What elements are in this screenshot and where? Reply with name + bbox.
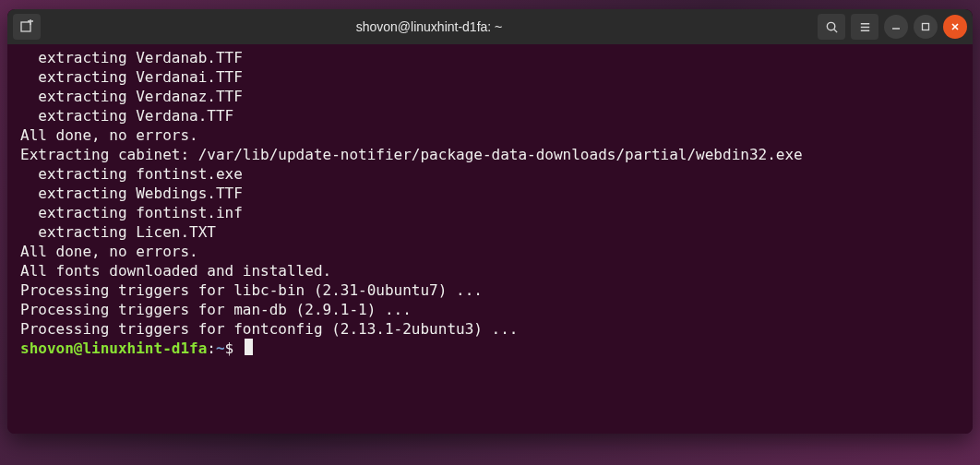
output-line: extracting fontinst.inf xyxy=(20,203,963,222)
svg-rect-0 xyxy=(21,22,30,31)
output-line: extracting Verdanab.TTF xyxy=(20,48,963,67)
svg-point-3 xyxy=(827,22,834,30)
menu-button[interactable] xyxy=(851,14,878,40)
search-icon xyxy=(825,20,839,34)
output-line: extracting Webdings.TTF xyxy=(20,184,963,203)
output-line: extracting Verdanaz.TTF xyxy=(20,87,963,106)
titlebar: shovon@linuxhint-d1fa: ~ xyxy=(7,9,973,44)
prompt-line: shovon@linuxhint-d1fa:~$ xyxy=(20,339,963,358)
titlebar-right xyxy=(818,14,967,40)
minimize-icon xyxy=(890,21,902,32)
output-line: All done, no errors. xyxy=(20,242,963,261)
new-tab-icon xyxy=(19,19,34,34)
prompt-symbol: $ xyxy=(225,340,234,357)
window-title: shovon@linuxhint-d1fa: ~ xyxy=(41,19,818,34)
minimize-button[interactable] xyxy=(884,15,908,39)
output-line: extracting Verdanai.TTF xyxy=(20,67,963,87)
menu-icon xyxy=(858,20,872,34)
output-line: Extracting cabinet: /var/lib/update-noti… xyxy=(20,145,963,164)
terminal-window: shovon@linuxhint-d1fa: ~ extracting Verd… xyxy=(7,9,973,434)
titlebar-left xyxy=(13,14,41,40)
cursor xyxy=(245,339,253,355)
output-line: Processing triggers for libc-bin (2.31-0… xyxy=(20,280,963,300)
output-line: Processing triggers for man-db (2.9.1-1)… xyxy=(20,300,963,319)
maximize-icon xyxy=(920,21,931,32)
output-line: extracting Verdana.TTF xyxy=(20,106,963,125)
maximize-button[interactable] xyxy=(914,15,938,39)
output-line: All done, no errors. xyxy=(20,125,963,145)
output-line: extracting Licen.TXT xyxy=(20,222,963,242)
terminal-content[interactable]: extracting Verdanab.TTF extracting Verda… xyxy=(7,44,973,434)
close-icon xyxy=(950,21,961,32)
prompt-separator: : xyxy=(207,340,216,357)
prompt-user-host: shovon@linuxhint-d1fa xyxy=(20,340,207,357)
search-button[interactable] xyxy=(818,14,845,40)
output-line: extracting fontinst.exe xyxy=(20,164,963,184)
new-tab-button[interactable] xyxy=(13,14,41,40)
close-button[interactable] xyxy=(943,15,967,39)
output-line: Processing triggers for fontconfig (2.13… xyxy=(20,319,963,339)
svg-line-4 xyxy=(833,29,836,31)
output-line: All fonts downloaded and installed. xyxy=(20,261,963,280)
svg-rect-9 xyxy=(923,24,929,30)
prompt-path: ~ xyxy=(216,340,225,357)
